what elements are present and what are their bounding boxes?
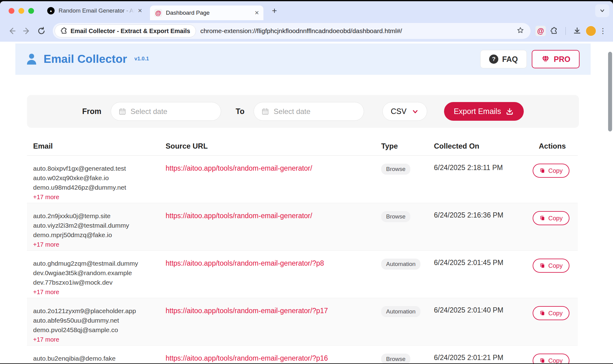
pro-button-label: PRO (554, 55, 570, 64)
email-address: auto.2o121zyxm9@placeholder.app (33, 306, 166, 316)
source-url-link[interactable]: https://aitoo.app/tools/random-email-gen… (166, 259, 324, 268)
to-date-input[interactable]: Select date (254, 102, 364, 121)
emails-cell: auto.2o121zyxm9@placeholder.appauto.abfe… (33, 306, 166, 345)
actions-cell: Copy (539, 164, 578, 203)
email-collector-extension-icon[interactable]: @ (535, 26, 546, 36)
copy-button-label: Copy (548, 310, 563, 317)
source-url-cell: https://aitoo.app/tools/random-email-gen… (166, 259, 381, 298)
emails-table: Email Source URL Type Collected On Actio… (27, 128, 578, 363)
source-url-cell: https://aitoo.app/tools/random-email-gen… (166, 306, 381, 345)
table-row: auto.2o121zyxm9@placeholder.appauto.abfe… (27, 298, 578, 346)
source-url-link[interactable]: https://aitoo.app/tools/random-email-gen… (166, 164, 312, 173)
type-cell: Browse (381, 211, 434, 250)
back-button[interactable] (6, 25, 18, 37)
email-address: auto.r3ssw92m5w@generated.test (33, 363, 166, 363)
tab-dashboard-page[interactable]: @ Dashboard Page ✕ (150, 6, 263, 20)
export-format-select[interactable]: CSV (382, 102, 427, 121)
app-header: Email Collector v1.0.1 ? FAQ PRO (15, 44, 591, 75)
col-header-actions: Actions (539, 142, 578, 150)
copy-button[interactable]: Copy (533, 354, 569, 363)
extension-icon (60, 27, 68, 35)
downloads-button[interactable] (571, 25, 584, 37)
pro-button[interactable]: PRO (532, 50, 580, 68)
email-address: auto.w02xq90xke@fake.io (33, 173, 166, 183)
export-format-value: CSV (391, 107, 406, 116)
app-title: Email Collector (44, 53, 127, 66)
collected-on-cell: 6/24/2025 2:16:36 PM (434, 211, 539, 250)
email-address: auto.viyzl2i3m2@testmail.dummy (33, 221, 166, 230)
close-window-button[interactable] (9, 8, 14, 14)
type-cell: Automation (381, 259, 434, 298)
type-badge: Browse (381, 354, 410, 363)
copy-button-label: Copy (548, 262, 563, 269)
copy-button-label: Copy (548, 215, 563, 222)
email-address: demo.pvol2458qj@sample.co (33, 325, 166, 335)
zoom-window-button[interactable] (28, 8, 34, 14)
table-row: auto.2n9jxxku0j@temp.siteauto.viyzl2i3m2… (27, 203, 578, 251)
bookmark-star-icon[interactable] (516, 26, 524, 36)
to-label: To (236, 107, 245, 116)
copy-button[interactable]: Copy (533, 306, 569, 320)
address-bar[interactable]: Email Collector - Extract & Export Email… (53, 23, 531, 39)
copy-icon (539, 215, 546, 221)
extensions-puzzle-icon[interactable] (548, 25, 561, 37)
more-emails-link[interactable]: +17 more (33, 289, 166, 296)
close-tab-icon[interactable]: ✕ (255, 9, 259, 16)
tab-random-email-generator[interactable]: ▲ Random Email Generator - AI ✕ (43, 4, 150, 17)
export-emails-button[interactable]: Export Emails (444, 102, 524, 121)
profile-avatar[interactable] (585, 25, 596, 36)
copy-button-label: Copy (548, 167, 563, 174)
collected-on-cell: 6/24/2025 2:01:40 PM (434, 306, 539, 345)
email-list: auto.ghdmug2zqm@testmail.dummydev.0wgiae… (33, 259, 166, 287)
url-text: chrome-extension://fligfphcjnkfloodnnffl… (200, 27, 513, 35)
chevron-down-icon (412, 108, 419, 115)
extension-name-chip[interactable]: Email Collector - Extract & Export Email… (55, 25, 196, 37)
email-address: demo.u98md426pz@dummy.net (33, 183, 166, 192)
email-address: auto.ghdmug2zqm@testmail.dummy (33, 259, 166, 268)
actions-cell: Copy (539, 306, 578, 345)
reload-button[interactable] (35, 25, 48, 37)
copy-icon (539, 358, 546, 363)
from-label: From (82, 107, 102, 116)
source-url-link[interactable]: https://aitoo.app/tools/random-email-gen… (166, 306, 328, 315)
close-tab-icon[interactable]: ✕ (138, 7, 142, 14)
collected-on-cell: 6/24/2025 2:18:11 PM (434, 164, 539, 203)
more-emails-link[interactable]: +17 more (33, 194, 166, 201)
col-header-email: Email (33, 142, 166, 150)
email-address: auto.2n9jxxku0j@temp.site (33, 211, 166, 221)
more-emails-link[interactable]: +17 more (33, 336, 166, 343)
app-version: v1.0.1 (134, 56, 149, 62)
scrollbar-thumb[interactable] (608, 52, 612, 131)
type-cell: Browse (381, 164, 434, 203)
more-emails-link[interactable]: +17 more (33, 241, 166, 248)
calendar-icon (261, 108, 269, 116)
chrome-menu-button[interactable]: ⋮ (598, 27, 607, 35)
filter-bar: From Select date To (27, 95, 579, 128)
tab-search-button[interactable] (595, 4, 609, 17)
forward-button[interactable] (20, 25, 33, 37)
copy-button[interactable]: Copy (533, 211, 569, 225)
minimize-window-button[interactable] (18, 8, 24, 14)
copy-button[interactable]: Copy (533, 259, 569, 273)
actions-cell: Copy (539, 354, 578, 363)
page-scrollbar[interactable] (608, 42, 612, 363)
email-address: auto.8oixpvf1gx@generated.test (33, 164, 166, 173)
copy-icon (539, 168, 546, 174)
at-favicon-icon: @ (154, 9, 162, 17)
faq-button[interactable]: ? FAQ (480, 50, 527, 68)
copy-button[interactable]: Copy (533, 164, 569, 178)
browser-toolbar: Email Collector - Extract & Export Email… (0, 20, 613, 42)
emails-cell: auto.8oixpvf1gx@generated.testauto.w02xq… (33, 164, 166, 203)
calendar-icon (118, 108, 126, 116)
email-address: dev.0wgiae3t5k@random.example (33, 268, 166, 278)
source-url-cell: https://aitoo.app/tools/random-email-gen… (166, 164, 381, 203)
new-tab-button[interactable]: + (269, 5, 280, 16)
from-date-input[interactable]: Select date (111, 102, 221, 121)
source-url-link[interactable]: https://aitoo.app/tools/random-email-gen… (166, 211, 312, 220)
question-mark-icon: ? (489, 55, 498, 64)
source-url-link[interactable]: https://aitoo.app/tools/random-email-gen… (166, 354, 328, 363)
source-url-cell: https://aitoo.app/tools/random-email-gen… (166, 211, 381, 250)
tab-strip: ▲ Random Email Generator - AI ✕ @ Dashbo… (0, 1, 613, 20)
export-emails-label: Export Emails (454, 107, 501, 116)
source-url-cell: https://aitoo.app/tools/random-email-gen… (166, 354, 381, 363)
